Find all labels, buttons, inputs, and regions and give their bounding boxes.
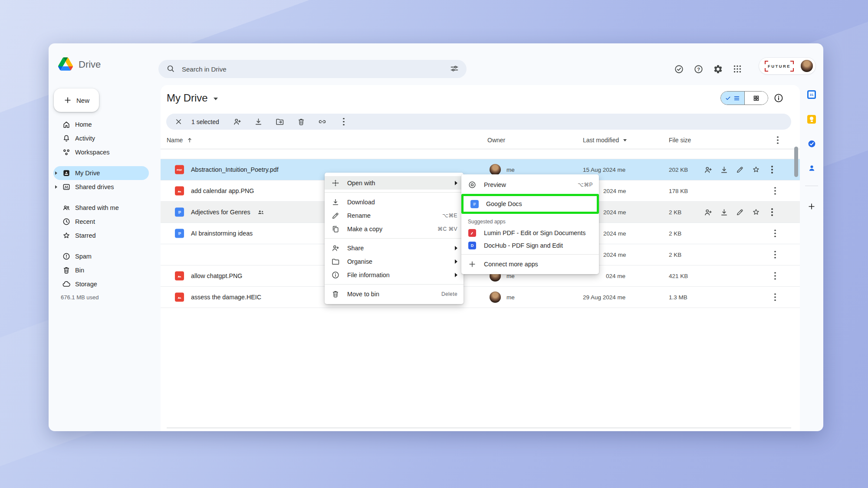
row-rename-icon[interactable] [735, 165, 745, 174]
get-link-icon[interactable] [318, 117, 327, 127]
more-actions-icon[interactable] [339, 117, 349, 127]
submenu-item-google-docs[interactable]: Google Docs [464, 196, 597, 212]
row-more-icon[interactable] [774, 293, 776, 302]
row-more-icon[interactable] [774, 229, 776, 238]
move-to-folder-icon[interactable] [275, 117, 285, 127]
get-add-ons-icon[interactable] [807, 202, 816, 211]
file-name: add calendar app.PNG [191, 187, 254, 194]
keep-icon[interactable] [807, 115, 816, 124]
sidebar-item-starred[interactable]: Starred [53, 229, 149, 242]
sidebar-item-spam[interactable]: Spam [53, 249, 149, 263]
tasks-icon[interactable] [807, 139, 816, 148]
profile-avatar[interactable] [801, 60, 813, 72]
share-add-person-icon[interactable] [233, 117, 242, 127]
menu-item-share[interactable]: Share [325, 241, 464, 255]
submenu-item-lumin-pdf[interactable]: Lumin PDF - Edit or Sign Documents [461, 226, 599, 239]
search-input[interactable]: Search in Drive [182, 66, 227, 73]
settings-gear-icon[interactable] [713, 64, 723, 74]
menu-item-make-a-copy[interactable]: Make a copy ⌘C ⌘V [325, 222, 464, 236]
file-name: Abstraction_Intuition_Poetry.pdf [191, 166, 279, 173]
new-button[interactable]: New [54, 88, 99, 112]
drive-app-window: Drive Search in Drive ? [49, 43, 823, 431]
sidebar-item-shared-with-me[interactable]: Shared with me [53, 201, 149, 215]
calendar-icon[interactable]: 31 [807, 90, 816, 99]
row-more-icon[interactable] [774, 187, 776, 196]
account-badge[interactable]: FUTURE [759, 57, 816, 75]
row-star-icon[interactable] [751, 165, 761, 174]
submenu-item-dochub[interactable]: D DocHub - PDF Sign and Edit [461, 239, 599, 252]
info-icon [331, 271, 340, 279]
row-download-icon[interactable] [719, 165, 729, 174]
menu-divider [325, 238, 464, 239]
page-title[interactable]: My Drive [167, 92, 218, 104]
sidebar-item-shared-drives[interactable]: Shared drives [53, 180, 149, 194]
search-bar[interactable]: Search in Drive [158, 60, 467, 78]
file-size-label: 202 KB [669, 167, 688, 173]
image-file-icon [175, 272, 184, 281]
expand-caret-icon[interactable] [55, 171, 57, 175]
download-icon[interactable] [254, 117, 263, 127]
contacts-icon[interactable] [807, 163, 816, 173]
row-more-icon[interactable] [774, 250, 776, 259]
submenu-item-connect-more-apps[interactable]: Connect more apps [461, 257, 599, 271]
column-owner[interactable]: Owner [487, 137, 505, 144]
details-info-icon[interactable] [773, 93, 784, 105]
file-size-label: 178 KB [669, 188, 688, 194]
star-icon [62, 231, 71, 240]
menu-item-move-to-bin[interactable]: Move to bin Delete [325, 287, 464, 301]
column-settings-icon[interactable] [777, 136, 779, 145]
row-star-icon[interactable] [751, 207, 761, 217]
selection-count-label: 1 selected [191, 118, 219, 125]
menu-item-download[interactable]: Download [325, 195, 464, 209]
svg-text:?: ? [697, 66, 700, 72]
column-last-modified[interactable]: Last modified [583, 137, 627, 144]
expand-caret-icon[interactable] [55, 185, 57, 189]
share-add-person-icon [331, 244, 340, 252]
trash-icon[interactable] [296, 117, 306, 127]
clock-icon [62, 217, 71, 226]
sidebar-item-recent[interactable]: Recent [53, 215, 149, 229]
menu-item-organise[interactable]: Organise [325, 255, 464, 268]
sidebar-item-activity[interactable]: Activity [53, 131, 149, 145]
google-docs-icon [470, 200, 479, 208]
row-rename-icon[interactable] [735, 207, 745, 217]
menu-item-file-information[interactable]: File information [325, 268, 464, 282]
title-dropdown-caret-icon[interactable] [214, 98, 218, 100]
grid-view-button[interactable] [744, 92, 768, 105]
row-share-icon[interactable] [703, 207, 713, 217]
file-size-label: 2 KB [669, 230, 681, 237]
menu-item-rename[interactable]: Rename ⌥⌘E [325, 209, 464, 222]
app-title: Drive [79, 59, 101, 70]
open-with-icon [331, 179, 340, 187]
advanced-search-icon[interactable] [450, 64, 459, 74]
menu-divider [325, 284, 464, 285]
google-apps-grid-icon[interactable] [732, 64, 743, 74]
column-name[interactable]: Name [167, 137, 193, 144]
menu-item-open-with[interactable]: Open with [325, 176, 464, 190]
submenu-item-preview[interactable]: Preview ⌥⌘P [461, 178, 599, 191]
drive-brand[interactable]: Drive [58, 57, 101, 72]
offline-status-icon[interactable] [674, 64, 684, 74]
sidebar-item-home[interactable]: Home [53, 118, 149, 131]
row-share-icon[interactable] [703, 165, 713, 174]
new-button-label: New [76, 97, 89, 104]
help-icon[interactable]: ? [693, 64, 704, 74]
row-more-icon[interactable] [767, 165, 777, 174]
sidebar-item-my-drive[interactable]: My Drive [53, 166, 149, 180]
file-row-assess-the-damage-heic[interactable]: assess the damage.HEIC me 29 Aug 2024 me… [161, 287, 800, 308]
column-file-size[interactable]: File size [669, 137, 691, 144]
scrollbar-thumb[interactable] [794, 147, 798, 177]
sidebar-item-storage[interactable]: Storage [53, 277, 149, 291]
download-icon [331, 198, 340, 206]
list-view-button[interactable] [721, 92, 744, 105]
row-more-icon[interactable] [774, 272, 776, 281]
view-toggle[interactable] [720, 91, 768, 105]
preview-icon [468, 180, 477, 189]
sidebar-item-workspaces[interactable]: Workspaces [53, 145, 149, 159]
sidebar-item-bin[interactable]: Bin [53, 263, 149, 277]
search-icon [166, 64, 175, 74]
row-download-icon[interactable] [719, 207, 729, 217]
row-more-icon[interactable] [767, 207, 777, 217]
clear-selection-icon[interactable] [174, 117, 183, 127]
owner-avatar [490, 164, 501, 175]
